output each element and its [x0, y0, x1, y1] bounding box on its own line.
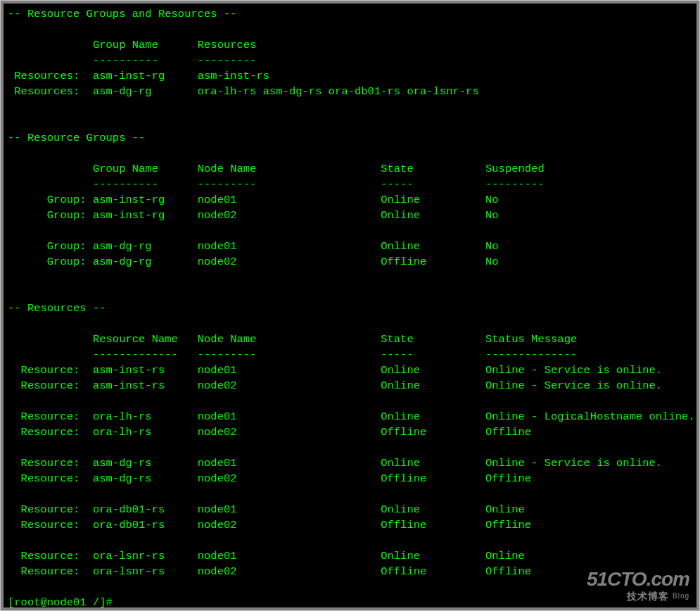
- terminal-output: -- Resource Groups and Resources -- Grou…: [4, 4, 696, 607]
- screenshot-frame: -- Resource Groups and Resources -- Grou…: [0, 0, 700, 611]
